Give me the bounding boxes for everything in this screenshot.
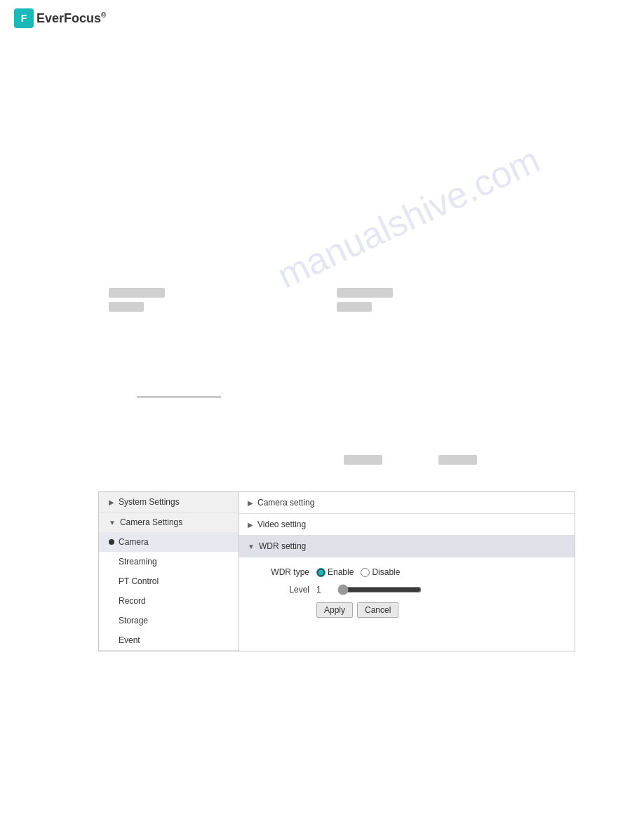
event-bullet <box>109 637 114 643</box>
gray-block-5 <box>344 455 382 465</box>
wdr-level-row: Level 1 <box>253 584 561 595</box>
logo-icon: F <box>14 8 34 28</box>
sidebar-item-pt-control[interactable]: PT Control <box>99 571 239 591</box>
header: F EverFocus® <box>0 0 644 37</box>
wdr-enable-option[interactable]: Enable <box>316 567 354 577</box>
wdr-type-radio-group: Enable Disable <box>316 567 400 577</box>
pt-control-label: PT Control <box>119 576 159 586</box>
logo-icon-letter: F <box>21 13 27 24</box>
logo-text: EverFocus® <box>36 11 106 26</box>
cancel-button[interactable]: Cancel <box>357 602 398 618</box>
storage-label: Storage <box>119 616 148 626</box>
apply-button[interactable]: Apply <box>316 602 353 618</box>
wdr-disable-option[interactable]: Disable <box>361 567 400 577</box>
wdr-setting-arrow: ▼ <box>248 543 255 550</box>
wdr-enable-radio[interactable] <box>316 568 326 577</box>
line-separator <box>137 397 221 397</box>
gray-block-4 <box>337 302 372 312</box>
logo: F EverFocus® <box>14 8 106 28</box>
system-settings-arrow: ▶ <box>109 498 114 506</box>
sidebar-item-system-settings[interactable]: ▶ System Settings <box>99 492 239 512</box>
watermark: manualshive.com <box>271 138 546 296</box>
wdr-disable-radio[interactable] <box>361 568 370 577</box>
storage-bullet <box>109 618 114 623</box>
sidebar-item-event[interactable]: Event <box>99 630 239 650</box>
wdr-setting-label: WDR setting <box>259 541 306 551</box>
video-setting-header[interactable]: ▶ Video setting <box>239 514 575 536</box>
wdr-button-row: Apply Cancel <box>253 602 561 618</box>
wdr-type-label: WDR type <box>253 567 309 577</box>
gray-block-2 <box>109 302 144 312</box>
system-settings-section: ▶ System Settings <box>99 492 239 512</box>
record-bullet <box>109 598 114 604</box>
video-setting-arrow: ▶ <box>248 521 253 529</box>
system-settings-label: System Settings <box>119 497 180 507</box>
sidebar-item-record[interactable]: Record <box>99 591 239 611</box>
event-label: Event <box>119 635 140 645</box>
camera-setting-label: Camera setting <box>257 498 314 508</box>
sidebar: ▶ System Settings ▼ Camera Settings Came… <box>99 492 239 651</box>
sidebar-item-streaming[interactable]: Streaming <box>99 552 239 571</box>
wdr-form: WDR type Enable Disable Level 1 <box>239 557 575 625</box>
wdr-level-label: Level <box>253 585 309 595</box>
camera-settings-arrow: ▼ <box>109 519 116 527</box>
content-area: ▶ Camera setting ▶ Video setting ▼ WDR s… <box>239 492 575 633</box>
video-setting-label: Video setting <box>257 519 306 529</box>
wdr-level-value: 1 <box>316 585 330 595</box>
content-placeholder-right <box>337 288 393 312</box>
camera-setting-header[interactable]: ▶ Camera setting <box>239 492 575 514</box>
camera-settings-section: ▼ Camera Settings Camera Streaming PT Co… <box>99 512 239 651</box>
gray-block-1 <box>109 288 165 298</box>
wdr-level-slider[interactable] <box>337 584 422 595</box>
content-placeholder-bottom <box>344 455 477 465</box>
camera-setting-arrow: ▶ <box>248 499 253 507</box>
streaming-label: Streaming <box>119 557 157 567</box>
camera-label: Camera <box>119 537 149 547</box>
sidebar-item-camera-settings[interactable]: ▼ Camera Settings <box>99 512 239 532</box>
wdr-setting-header[interactable]: ▼ WDR setting <box>239 536 575 557</box>
record-label: Record <box>119 596 146 606</box>
camera-settings-label: Camera Settings <box>120 517 182 527</box>
content-placeholder-left <box>109 288 165 312</box>
gray-block-3 <box>337 288 393 298</box>
main-panel: ▶ System Settings ▼ Camera Settings Came… <box>98 491 575 651</box>
streaming-bullet <box>109 559 114 564</box>
pt-control-bullet <box>109 578 114 584</box>
sidebar-item-camera[interactable]: Camera <box>99 532 239 552</box>
sidebar-item-storage[interactable]: Storage <box>99 611 239 630</box>
gray-block-6 <box>438 455 477 465</box>
wdr-type-row: WDR type Enable Disable <box>253 567 561 577</box>
wdr-enable-label: Enable <box>328 567 354 577</box>
wdr-disable-label: Disable <box>372 567 400 577</box>
camera-bullet <box>109 539 114 545</box>
